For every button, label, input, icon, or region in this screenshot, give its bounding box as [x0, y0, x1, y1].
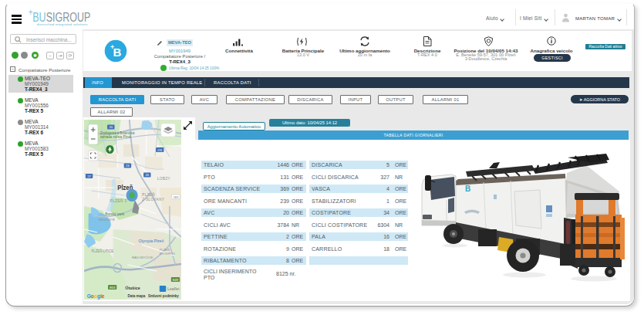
svg-text:Leaflet: Leaflet [167, 286, 180, 291]
svg-text:Olympia Plzeň: Olympia Plzeň [139, 239, 164, 243]
svg-text:zahrada města Plzně: zahrada města Plzně [100, 135, 132, 139]
svg-text:B: B [113, 46, 122, 59]
svg-text:183: 183 [174, 195, 179, 199]
svg-text:Zoologická a Botanická: Zoologická a Botanická [100, 131, 135, 135]
svg-text:E49: E49 [173, 278, 179, 282]
svg-text:26: 26 [126, 164, 130, 168]
svg-text:2-SLOVANY: 2-SLOVANY [142, 198, 164, 202]
svg-text:KRUOIŠTĚ: KRUOIŠTĚ [99, 218, 115, 222]
svg-text:26: 26 [146, 173, 150, 177]
svg-text:27: 27 [87, 174, 91, 178]
svg-text:Borský park: Borský park [105, 212, 124, 216]
svg-text:RADOBYČICE: RADOBYČICE [132, 256, 153, 259]
svg-text:PLZEŇ 3: PLZEŇ 3 [110, 198, 127, 203]
svg-text:KOTEROV: KOTEROV [160, 252, 175, 256]
svg-text:PLZEŇ: PLZEŇ [142, 192, 155, 197]
svg-text:B: B [465, 185, 470, 193]
svg-text:PLZEŇ-LITICE: PLZEŇ-LITICE [91, 249, 113, 253]
svg-text:Data mapa Smluvní podmínky: Data mapa Smluvní podmínky ⚙ [127, 294, 181, 298]
svg-text:Útušice: Útušice [126, 286, 140, 290]
svg-text:231: 231 [157, 148, 163, 152]
svg-text:LOBZY: LOBZY [157, 177, 170, 181]
svg-text:20: 20 [109, 125, 113, 129]
svg-text:Google: Google [87, 293, 105, 300]
svg-text:E53: E53 [110, 286, 116, 290]
